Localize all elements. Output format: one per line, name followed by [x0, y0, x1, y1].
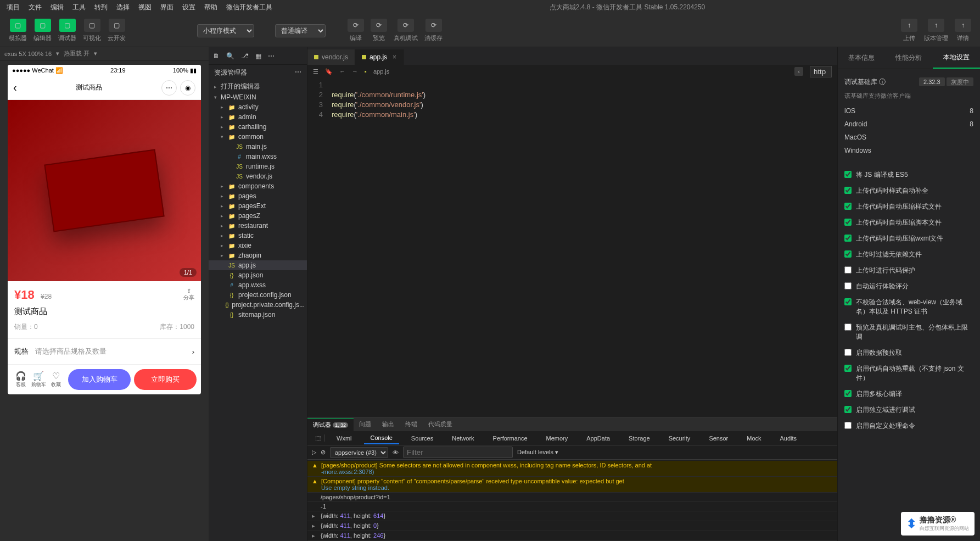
panel-Sources[interactable]: Sources	[405, 433, 440, 444]
product-image[interactable]: 1/1	[8, 100, 201, 281]
tree-app.wxss[interactable]: #app.wxss	[209, 280, 307, 290]
section-MP-WEIXIN[interactable]: ▾MP-WEIXIN	[209, 92, 307, 102]
dbgtab-代码质量[interactable]: 代码质量	[423, 418, 458, 431]
menu-设置[interactable]: 设置	[178, 3, 200, 12]
menu-视图[interactable]: 视图	[134, 3, 156, 12]
nav-back-icon[interactable]: ←	[339, 68, 345, 75]
breadcrumb[interactable]: app.js	[373, 68, 389, 75]
tool-真机调试[interactable]: ⟳真机调试	[394, 19, 418, 42]
tree-vendor.js[interactable]: JSvendor.js	[209, 171, 307, 181]
check-item[interactable]: 不校验合法域名、web-view（业务域名）本以及 HTTPS 证书	[844, 294, 973, 320]
menu-帮助[interactable]: 帮助	[200, 3, 222, 12]
tree-xixie[interactable]: ▸📁xixie	[209, 241, 307, 250]
dbgtab-输出[interactable]: 输出	[377, 418, 400, 431]
check-item[interactable]: 上传时进行代码保护	[844, 263, 973, 278]
files-icon[interactable]: 🗎	[213, 52, 220, 60]
panel-Memory[interactable]: Memory	[540, 433, 575, 444]
panel-Console[interactable]: Console	[364, 432, 399, 444]
more-icon[interactable]: ⋯	[295, 68, 301, 77]
tree-app.json[interactable]: {}app.json	[209, 270, 307, 280]
tree-common[interactable]: ▾📁common	[209, 132, 307, 142]
tree-admin[interactable]: ▸📁admin	[209, 112, 307, 122]
check-item[interactable]: 上传代码时自动压缩脚本文件	[844, 215, 973, 231]
compile-select[interactable]: 普通编译	[275, 24, 326, 37]
bottom-购物车[interactable]: 🛒购物车	[30, 371, 47, 388]
tree-runtime.js[interactable]: JSruntime.js	[209, 161, 307, 171]
tool-详情[interactable]: ↑详情	[955, 19, 971, 42]
menu-界面[interactable]: 界面	[156, 3, 178, 12]
tool-预览[interactable]: ⟳预览	[371, 19, 387, 42]
tree-app.js[interactable]: JSapp.js	[209, 260, 307, 270]
tree-project.config.json[interactable]: {}project.config.json	[209, 290, 307, 300]
panel-Audits[interactable]: Audits	[774, 433, 804, 444]
tree-pages[interactable]: ▸📁pages	[209, 191, 307, 201]
tree-carhailing[interactable]: ▸📁carhailing	[209, 122, 307, 132]
bottom-收藏[interactable]: ♡收藏	[47, 371, 65, 388]
tool-清缓存[interactable]: ⟳清缓存	[424, 19, 443, 42]
filter-input[interactable]	[403, 447, 513, 458]
hot-reload[interactable]: 热重载 开	[64, 49, 89, 58]
menu-工具[interactable]: 工具	[68, 3, 90, 12]
lib-version[interactable]: 2.32.3	[919, 77, 945, 86]
menu-微信开发者工具[interactable]: 微信开发者工具	[222, 3, 277, 12]
play-icon[interactable]: ▷	[312, 449, 316, 456]
branch-icon[interactable]: ⎇	[241, 52, 249, 60]
tree-project.private.config.js...[interactable]: {}project.private.config.js...	[209, 300, 307, 310]
eye-icon[interactable]: 👁	[393, 449, 399, 456]
rptab-基本信息[interactable]: 基本信息	[838, 47, 885, 69]
check-item[interactable]: 上传代码时自动压缩wxml文件	[844, 231, 973, 247]
check-item[interactable]: 启用多核心编译	[844, 386, 973, 402]
menu-编辑[interactable]: 编辑	[46, 3, 68, 12]
mode-select[interactable]: 小程序模式	[197, 24, 254, 37]
device-label[interactable]: exus 5X 100% 16	[4, 51, 52, 57]
panel-Wxml[interactable]: Wxml	[330, 433, 359, 444]
tool-版本管理[interactable]: ↑版本管理	[924, 19, 948, 42]
tree-pagesZ[interactable]: ▸📁pagesZ	[209, 211, 307, 221]
tree-activity[interactable]: ▸📁activity	[209, 102, 307, 112]
tree-pagesExt[interactable]: ▸📁pagesExt	[209, 201, 307, 211]
dbgtab-调试器[interactable]: 调试器1, 32	[307, 418, 354, 431]
panel-Storage[interactable]: Storage	[622, 433, 657, 444]
tool-上传[interactable]: ↑上传	[901, 19, 917, 42]
menu-选择[interactable]: 选择	[112, 3, 134, 12]
dbgtab-问题[interactable]: 问题	[354, 418, 377, 431]
inspect-icon[interactable]: ⬚	[312, 434, 324, 442]
tree-static[interactable]: ▸📁static	[209, 231, 307, 241]
menu-转到[interactable]: 转到	[90, 3, 112, 12]
nav-fwd-icon[interactable]: →	[352, 68, 358, 75]
clear-icon[interactable]: ⊘	[321, 449, 326, 456]
section-打开的编辑器[interactable]: ▸打开的编辑器	[209, 81, 307, 92]
help-icon[interactable]: ⓘ	[879, 78, 886, 86]
context-select[interactable]: appservice (#3)	[330, 447, 388, 458]
panel-AppData[interactable]: AppData	[580, 433, 617, 444]
extension-icon[interactable]: ▦	[255, 52, 261, 60]
check-item[interactable]: 启用独立域进行调试	[844, 402, 973, 418]
tool-模拟器[interactable]: ▢模拟器	[9, 19, 27, 42]
tree-components[interactable]: ▸📁components	[209, 181, 307, 191]
panel-Network[interactable]: Network	[445, 433, 480, 444]
menu-icon[interactable]: ⋯	[161, 80, 177, 96]
panel-Performance[interactable]: Performance	[486, 433, 534, 444]
check-item[interactable]: 将 JS 编译成 ES5	[844, 167, 973, 183]
check-item[interactable]: 启用自定义处理命令	[844, 418, 973, 434]
panel-Security[interactable]: Security	[662, 433, 697, 444]
check-item[interactable]: 启用数据预拉取	[844, 345, 973, 361]
rptab-性能分析[interactable]: 性能分析	[885, 47, 932, 69]
toggle-icon[interactable]: ☰	[313, 68, 318, 75]
spec-selector[interactable]: 规格 请选择商品规格及数量 ›	[8, 338, 201, 364]
share-button[interactable]: ⇪ 分享	[183, 288, 194, 302]
check-item[interactable]: 上传时过滤无依赖文件	[844, 247, 973, 263]
tool-可视化[interactable]: ▢可视化	[83, 19, 101, 42]
url-input[interactable]	[810, 66, 832, 77]
more-icon[interactable]: ⋯	[268, 52, 275, 60]
back-icon[interactable]: ‹	[13, 81, 17, 94]
check-item[interactable]: 上传代码时自动压缩样式文件	[844, 199, 973, 215]
buy-now-button[interactable]: 立即购买	[134, 369, 197, 390]
tree-restaurant[interactable]: ▸📁restaurant	[209, 221, 307, 231]
tree-zhaopin[interactable]: ▸📁zhaopin	[209, 250, 307, 260]
tool-编辑器[interactable]: ▢编辑器	[33, 19, 52, 42]
check-item[interactable]: 启用代码自动热重载（不支持 json 文件）	[844, 361, 973, 386]
target-icon[interactable]: ◉	[180, 80, 195, 96]
tree-main.wxss[interactable]: #main.wxss	[209, 152, 307, 161]
levels-select[interactable]: Default levels ▾	[517, 449, 558, 456]
